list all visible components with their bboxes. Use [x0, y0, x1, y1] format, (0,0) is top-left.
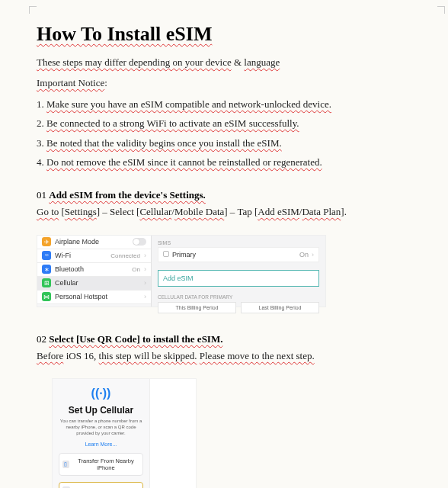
chevron-right-icon: › [312, 251, 314, 258]
antenna-icon: ((·)) [59, 387, 143, 400]
t: Mobile Data [174, 206, 224, 217]
hotspot-icon: ⋈ [42, 292, 51, 301]
row-value: Connected [110, 252, 140, 259]
t: Please move to the next step. [200, 350, 315, 361]
tab-last-period: Last Billing Period [241, 302, 319, 313]
row-bluetooth: ∗ Bluetooth On › [37, 263, 151, 277]
t: Cellular [139, 206, 171, 217]
sim-icon [163, 251, 169, 257]
setup-right-blank [150, 379, 196, 488]
row-cellular: ⊞ Cellular › [37, 277, 151, 291]
step-number: 02 [37, 333, 49, 345]
row-label: Cellular [55, 279, 140, 287]
airplane-icon: ✈ [42, 237, 51, 246]
chevron-right-icon: › [144, 279, 146, 287]
airplane-toggle [133, 238, 146, 246]
row-value: On [132, 266, 140, 273]
page-corner-tl [29, 6, 37, 14]
setup-description: You can transfer a phone number from a n… [59, 419, 143, 436]
t: Before [37, 350, 63, 361]
page-corner-tr [437, 6, 445, 14]
rule-item: 2. Be connected to a strong WiFi to acti… [37, 114, 418, 132]
row-wifi: ⌔ Wi-Fi Connected › [37, 249, 151, 263]
t: iOS 16, [63, 350, 98, 361]
billing-tabs: This Billing Period Last Billing Period [158, 302, 319, 313]
settings-right-pane: SIMs Primary On › Add eSIM CELLULAR DATA… [152, 236, 325, 307]
primary-label: Primary [172, 251, 299, 258]
btn-label: Transfer From Nearby iPhone [72, 458, 139, 471]
transfer-button: ▯ Transfer From Nearby iPhone [59, 453, 143, 476]
rule-num: 4. [37, 156, 46, 168]
row-label: Personal Hotspot [55, 293, 140, 300]
step-title: Select [Use QR Code] to install the eSIM… [49, 333, 222, 345]
intro-part2: language [244, 56, 280, 68]
bluetooth-icon: ∗ [42, 265, 51, 274]
t: Settings [65, 206, 97, 217]
sims-header: SIMs [158, 240, 319, 246]
chevron-right-icon: › [144, 293, 146, 300]
rule-text: Make sure you have an eSIM compatible an… [46, 98, 331, 110]
t: ] – Select [ [97, 206, 140, 217]
learn-more-link: Learn More... [59, 441, 143, 447]
rule-num: 2. [37, 117, 46, 129]
rule-text: Be connected to a strong WiFi to activat… [46, 117, 299, 129]
rule-text: Be noted that the validity begins once y… [46, 137, 282, 149]
wifi-icon: ⌔ [42, 251, 51, 260]
t: Data Plan [302, 206, 341, 217]
primary-value: On [299, 251, 309, 258]
rule-num: 3. [37, 137, 46, 149]
phone-icon: ▯ [62, 461, 69, 468]
settings-screenshot: ✈ Airplane Mode ⌔ Wi-Fi Connected › ∗ Bl… [37, 235, 326, 307]
cellular-data-header: CELLULAR DATA FOR PRIMARY [158, 294, 319, 300]
t: [ [59, 206, 65, 217]
rule-num: 1. [37, 98, 46, 110]
intro-part1: These steps may differ depending on your… [37, 56, 232, 68]
setup-heading: Set Up Cellular [59, 405, 143, 416]
important-notice: Important Notice: [37, 74, 418, 92]
t: Go to [37, 206, 59, 217]
rule-item: 4. Do not remove the eSIM since it canno… [37, 153, 418, 171]
row-label: Bluetooth [55, 265, 128, 273]
row-label: Airplane Mode [55, 238, 129, 246]
use-qr-button: ▦ Use QR Code [59, 482, 143, 488]
row-hotspot: ⋈ Personal Hotspot › [37, 291, 151, 304]
row-airplane: ✈ Airplane Mode [37, 236, 151, 249]
t: ]. [341, 206, 347, 217]
rule-text: Do not remove the eSIM since it cannot b… [46, 156, 322, 168]
intro-amp: & [232, 56, 245, 68]
intro-line: These steps may differ depending on your… [37, 53, 418, 71]
t: ] – Tap [ [224, 206, 258, 217]
step-title: Add eSIM from the device's Settings. [49, 189, 206, 201]
rule-item: 1. Make sure you have an eSIM compatible… [37, 95, 418, 113]
settings-left-pane: ✈ Airplane Mode ⌔ Wi-Fi Connected › ∗ Bl… [37, 236, 152, 307]
t: this step will be skipped. [99, 350, 197, 361]
step2-instruction: Before iOS 16, this step will be skipped… [37, 347, 418, 364]
chevron-right-icon: › [144, 265, 146, 273]
cellular-icon: ⊞ [42, 278, 51, 287]
row-label: Wi-Fi [55, 252, 107, 259]
rules-list: 1. Make sure you have an eSIM compatible… [37, 95, 418, 172]
t: Add eSIM [258, 206, 299, 217]
step-number: 01 [37, 189, 49, 201]
notice-label: Important Notice [37, 77, 104, 88]
rule-item: 3. Be noted that the validity begins onc… [37, 134, 418, 152]
step2-heading: 02 Select [Use QR Code] to install the e… [37, 333, 418, 345]
add-esim-button: Add eSIM [158, 270, 319, 287]
primary-sim-row: Primary On › [158, 247, 319, 262]
tab-this-period: This Billing Period [158, 302, 236, 313]
chevron-right-icon: › [144, 252, 146, 259]
page-title: How To Install eSIM [37, 23, 418, 46]
step1-heading: 01 Add eSIM from the device's Settings. [37, 189, 418, 201]
setup-pane: ((·)) Set Up Cellular You can transfer a… [53, 379, 150, 488]
document-page: How To Install eSIM These steps may diff… [0, 0, 448, 488]
setup-cellular-screenshot: ((·)) Set Up Cellular You can transfer a… [52, 378, 197, 488]
step1-instruction: Go to [Settings] – Select [Cellular/Mobi… [37, 203, 418, 220]
